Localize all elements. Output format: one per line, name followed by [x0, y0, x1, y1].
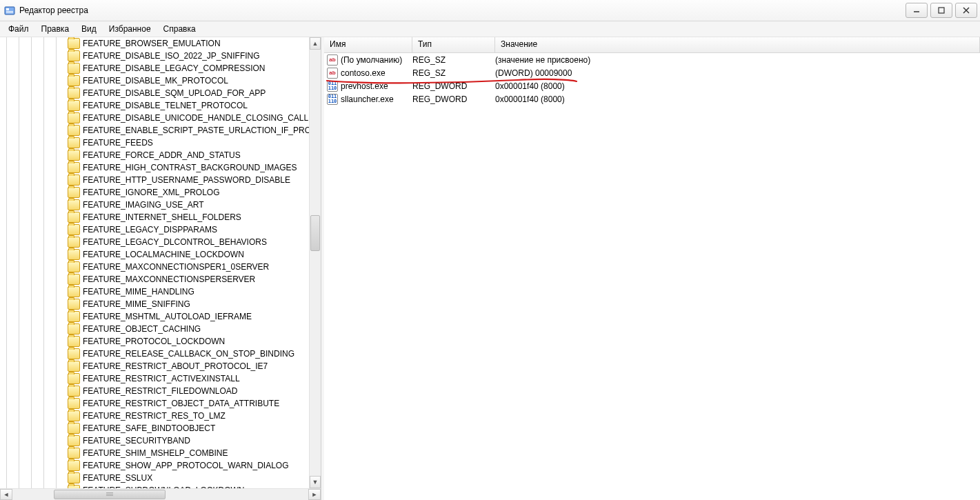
value-row[interactable]: abcontoso.exeREG_SZ(DWORD) 00009000: [324, 66, 980, 79]
scroll-right-button[interactable]: ►: [308, 489, 321, 500]
folder-icon: [68, 125, 80, 136]
column-header-type[interactable]: Тип: [412, 37, 495, 52]
tree-item[interactable]: FEATURE_FEEDS: [0, 137, 310, 149]
menu-help[interactable]: Справка: [158, 23, 201, 35]
tree-horizontal-scrollbar[interactable]: ◄ ►: [0, 488, 321, 500]
column-header-name[interactable]: Имя: [324, 37, 412, 52]
tree-lines: [0, 422, 68, 434]
app-icon: [4, 5, 15, 16]
tree-item[interactable]: FEATURE_SSLUX: [0, 472, 310, 484]
tree-item[interactable]: FEATURE_MIME_HANDLING: [0, 286, 310, 298]
scroll-track[interactable]: [12, 489, 308, 500]
tree-item[interactable]: FEATURE_DISABLE_UNICODE_HANDLE_CLOSING_C…: [0, 112, 310, 124]
tree-lines: [0, 397, 68, 410]
folder-icon: [68, 212, 80, 223]
tree-item[interactable]: FEATURE_SAFE_BINDTOOBJECT: [0, 422, 310, 434]
tree-item[interactable]: FEATURE_MAXCONNECTIONSPERSERVER: [0, 273, 310, 286]
tree-item[interactable]: FEATURE_SHOW_APP_PROTOCOL_WARN_DIALOG: [0, 459, 310, 472]
folder-icon: [68, 88, 80, 99]
tree-item[interactable]: FEATURE_INTERNET_SHELL_FOLDERS: [0, 211, 310, 223]
tree-lines: [0, 360, 68, 372]
tree-item[interactable]: FEATURE_BROWSER_EMULATION: [0, 37, 310, 50]
registry-tree[interactable]: FEATURE_BROWSER_EMULATIONFEATURE_DISABLE…: [0, 37, 310, 488]
string-value-icon: ab: [327, 54, 338, 66]
menu-edit[interactable]: Правка: [36, 23, 75, 35]
tree-item[interactable]: FEATURE_RESTRICT_ACTIVEXINSTALL: [0, 372, 310, 385]
value-row[interactable]: 011110prevhost.exeREG_DWORD0x00001f40 (8…: [324, 79, 980, 92]
tree-item[interactable]: FEATURE_DISABLE_ISO_2022_JP_SNIFFING: [0, 50, 310, 62]
tree-item[interactable]: FEATURE_IMAGING_USE_ART: [0, 199, 310, 211]
scroll-up-button[interactable]: ▲: [310, 37, 321, 50]
tree-item[interactable]: FEATURE_DISABLE_TELNET_PROTOCOL: [0, 99, 310, 112]
tree-item[interactable]: FEATURE_LEGACY_DLCONTROL_BEHAVIORS: [0, 236, 310, 248]
tree-lines: [0, 335, 68, 348]
menu-favorites[interactable]: Избранное: [103, 23, 157, 35]
scroll-track[interactable]: [310, 50, 321, 476]
tree-item[interactable]: FEATURE_MIME_SNIFFING: [0, 298, 310, 310]
tree-item[interactable]: FEATURE_HTTP_USERNAME_PASSWORD_DISABLE: [0, 174, 310, 186]
menu-view[interactable]: Вид: [76, 23, 102, 35]
tree-item-label: FEATURE_DISABLE_ISO_2022_JP_SNIFFING: [83, 51, 264, 61]
tree-item-label: FEATURE_SSLUX: [83, 473, 157, 483]
tree-item[interactable]: FEATURE_MAXCONNECTIONSPER1_0SERVER: [0, 261, 310, 273]
tree-item[interactable]: FEATURE_LOCALMACHINE_LOCKDOWN: [0, 248, 310, 261]
tree-lines: [0, 50, 68, 62]
tree-item[interactable]: FEATURE_IGNORE_XML_PROLOG: [0, 186, 310, 199]
scroll-left-button[interactable]: ◄: [0, 489, 12, 500]
column-header-value[interactable]: Значение: [495, 37, 980, 52]
tree-lines: [0, 112, 68, 124]
minimize-button[interactable]: [906, 3, 928, 18]
tree-item[interactable]: FEATURE_RESTRICT_ABOUT_PROTOCOL_IE7: [0, 360, 310, 372]
tree-item[interactable]: FEATURE_MSHTML_AUTOLOAD_IEFRAME: [0, 310, 310, 323]
tree-lines: [0, 447, 68, 459]
tree-item[interactable]: FEATURE_ENABLE_SCRIPT_PASTE_URLACTION_IF…: [0, 124, 310, 137]
tree-item-label: FEATURE_MIME_SNIFFING: [83, 299, 194, 309]
folder-icon: [68, 460, 80, 471]
tree-item[interactable]: FEATURE_DISABLE_SQM_UPLOAD_FOR_APP: [0, 87, 310, 99]
folder-icon: [68, 224, 80, 235]
tree-lines: [0, 310, 68, 323]
tree-item[interactable]: FEATURE_RESTRICT_OBJECT_DATA_ATTRIBUTE: [0, 397, 310, 410]
tree-item[interactable]: FEATURE_DISABLE_LEGACY_COMPRESSION: [0, 62, 310, 74]
menu-file[interactable]: Файл: [3, 23, 34, 35]
values-panel: Имя Тип Значение ab(По умолчанию)REG_SZ(…: [324, 37, 980, 500]
tree-item[interactable]: FEATURE_FORCE_ADDR_AND_STATUS: [0, 149, 310, 161]
tree-item[interactable]: FEATURE_RESTRICT_FILEDOWNLOAD: [0, 385, 310, 397]
tree-vertical-scrollbar[interactable]: ▲ ▼: [309, 37, 321, 488]
tree-item[interactable]: FEATURE_RELEASE_CALLBACK_ON_STOP_BINDING: [0, 348, 310, 360]
tree-item[interactable]: FEATURE_SUBDOWNLOAD_LOCKDOWN: [0, 484, 310, 488]
value-row[interactable]: 011110sllauncher.exeREG_DWORD0x00001f40 …: [324, 92, 980, 106]
tree-item-label: FEATURE_RESTRICT_RES_TO_LMZ: [83, 411, 230, 421]
tree-item[interactable]: FEATURE_PROTOCOL_LOCKDOWN: [0, 335, 310, 348]
scroll-thumb[interactable]: [310, 215, 320, 251]
tree-lines: [0, 434, 68, 447]
tree-item[interactable]: FEATURE_HIGH_CONTRAST_BACKGROUND_IMAGES: [0, 161, 310, 174]
maximize-button[interactable]: [930, 3, 952, 18]
scroll-down-button[interactable]: ▼: [310, 476, 321, 488]
tree-item[interactable]: FEATURE_SHIM_MSHELP_COMBINE: [0, 447, 310, 459]
tree-item[interactable]: FEATURE_RESTRICT_RES_TO_LMZ: [0, 410, 310, 422]
menubar: Файл Правка Вид Избранное Справка: [0, 21, 980, 37]
tree-item-label: FEATURE_RESTRICT_FILEDOWNLOAD: [83, 386, 241, 396]
tree-item[interactable]: FEATURE_LEGACY_DISPPARAMS: [0, 223, 310, 236]
tree-item-label: FEATURE_DISABLE_TELNET_PROTOCOL: [83, 101, 252, 110]
tree-lines: [0, 137, 68, 149]
tree-lines: [0, 223, 68, 236]
tree-item[interactable]: FEATURE_SECURITYBAND: [0, 434, 310, 447]
tree-item-label: FEATURE_HTTP_USERNAME_PASSWORD_DISABLE: [83, 175, 294, 185]
scroll-thumb[interactable]: [54, 490, 166, 499]
value-row[interactable]: ab(По умолчанию)REG_SZ(значение не присв…: [324, 53, 980, 66]
tree-item-label: FEATURE_SAFE_BINDTOOBJECT: [83, 423, 219, 433]
close-button[interactable]: [955, 3, 977, 18]
tree-item-label: FEATURE_ENABLE_SCRIPT_PASTE_URLACTION_IF…: [83, 126, 310, 135]
folder-icon: [68, 100, 80, 111]
tree-item[interactable]: FEATURE_OBJECT_CACHING: [0, 323, 310, 335]
folder-icon: [68, 75, 80, 86]
tree-lines: [0, 385, 68, 397]
tree-item[interactable]: FEATURE_DISABLE_MK_PROTOCOL: [0, 74, 310, 87]
tree-item-label: FEATURE_FORCE_ADDR_AND_STATUS: [83, 150, 245, 160]
values-list[interactable]: ab(По умолчанию)REG_SZ(значение не присв…: [324, 53, 980, 500]
tree-item-label: FEATURE_MIME_HANDLING: [83, 287, 199, 297]
folder-icon: [68, 311, 80, 322]
value-data: (значение не присвоено): [495, 55, 980, 65]
